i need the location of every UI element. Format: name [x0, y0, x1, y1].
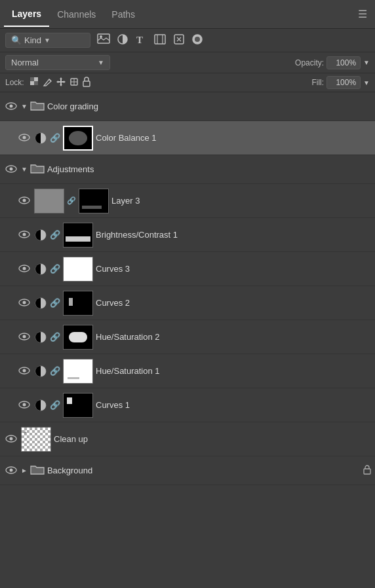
panel-menu-icon[interactable]: ☰	[354, 4, 371, 24]
layer-name: Color Balance 1	[96, 133, 371, 143]
adj-circle-icon	[34, 399, 47, 412]
layer-name: Brightness/Contrast 1	[96, 230, 371, 240]
link-icon: 🔗	[50, 366, 60, 376]
visibility-icon[interactable]	[17, 196, 31, 206]
layer-background[interactable]: ► Background	[0, 456, 375, 485]
svg-rect-17	[83, 81, 90, 86]
fill-input[interactable]: 100%	[326, 76, 361, 89]
layer-thumbnail: +	[21, 427, 51, 452]
link-icon: 🔗	[67, 196, 76, 205]
expand-icon[interactable]: ▼	[21, 103, 28, 110]
adj-circle-icon	[34, 263, 47, 276]
layer-curves-3[interactable]: 🔗 Curves 3	[0, 252, 375, 286]
filter-type-icon[interactable]: T	[135, 33, 147, 48]
layer-name: Color grading	[47, 101, 371, 111]
layer-color-grading[interactable]: ▼ Color grading	[0, 92, 375, 121]
lock-icons	[30, 77, 91, 89]
adj-circle-icon	[34, 132, 47, 145]
folder-icon	[30, 100, 45, 114]
visibility-icon[interactable]	[17, 133, 31, 143]
layer-thumbnail	[63, 291, 93, 316]
filter-pixel-icon[interactable]	[97, 33, 110, 48]
expand-icon[interactable]: ►	[21, 467, 28, 474]
visibility-icon[interactable]	[4, 466, 18, 476]
layer-thumbnail	[63, 223, 93, 248]
layer-mask-thumbnail	[79, 189, 109, 213]
filter-adjustment-icon[interactable]	[117, 33, 128, 48]
layer-name: Clean up	[54, 434, 371, 444]
layer-curves-1[interactable]: 🔗 Curves 1	[0, 388, 375, 422]
tab-layers[interactable]: Layers	[4, 2, 49, 27]
visibility-icon[interactable]	[17, 230, 31, 240]
visibility-icon[interactable]	[17, 298, 31, 308]
kind-dropdown[interactable]: 🔍 Kind ▼	[5, 33, 90, 48]
visibility-icon[interactable]	[17, 366, 31, 377]
svg-point-43	[23, 403, 26, 406]
adj-circle-icon	[34, 229, 47, 242]
tabs-bar: Layers Channels Paths ☰	[0, 0, 375, 29]
layer-hue-saturation-1[interactable]: 🔗 Hue/Saturation 1	[0, 354, 375, 388]
svg-rect-13	[58, 81, 64, 83]
svg-point-31	[23, 266, 26, 270]
link-icon: 🔗	[50, 332, 60, 342]
svg-point-46	[10, 437, 13, 440]
svg-point-37	[23, 335, 26, 338]
layer-name: Adjustments	[47, 164, 371, 174]
adj-circle-icon	[34, 365, 47, 378]
layer-thumbnail	[63, 393, 93, 418]
svg-rect-11	[34, 77, 38, 81]
layer-thumbnail	[63, 359, 93, 384]
opacity-input[interactable]: 100%	[326, 56, 361, 69]
svg-point-26	[23, 198, 26, 202]
layer-cleanup[interactable]: + Clean up	[0, 422, 375, 456]
filter-shape-icon[interactable]	[153, 33, 167, 48]
svg-rect-9	[34, 81, 38, 85]
layer-name: Curves 1	[96, 400, 371, 410]
visibility-icon[interactable]	[17, 332, 31, 342]
link-icon: 🔗	[50, 133, 60, 143]
blend-mode-dropdown[interactable]: Normal ▼	[5, 55, 110, 70]
svg-text:T: T	[136, 35, 143, 45]
layer-thumbnail	[63, 257, 93, 282]
fill-label: Fill:	[311, 78, 324, 87]
tab-paths[interactable]: Paths	[104, 3, 143, 26]
filter-smart-icon[interactable]	[173, 33, 185, 48]
svg-point-7	[195, 37, 200, 42]
blend-mode-value: Normal	[11, 58, 39, 67]
layer-name: Layer 3	[111, 196, 371, 206]
lock-all-icon[interactable]	[82, 77, 91, 89]
visibility-icon[interactable]	[4, 164, 18, 175]
filter-icons: T	[97, 33, 203, 48]
layer-curves-2[interactable]: 🔗 Curves 2	[0, 286, 375, 320]
layer-name: Curves 2	[96, 298, 371, 308]
lock-label: Lock:	[5, 78, 24, 87]
visibility-icon[interactable]	[17, 264, 31, 274]
lock-paint-icon[interactable]	[43, 77, 53, 89]
layer-adjustments[interactable]: ▼ Adjustments	[0, 155, 375, 184]
expand-icon[interactable]: ▼	[21, 166, 28, 173]
layers-list: ▼ Color grading 🔗 Color Balance 1 ▼	[0, 92, 375, 485]
layer-layer3[interactable]: 🔗 Layer 3	[0, 184, 375, 218]
visibility-icon[interactable]	[4, 101, 18, 112]
lock-artboard-icon[interactable]	[69, 77, 79, 89]
layer-brightness-contrast-1[interactable]: 🔗 Brightness/Contrast 1	[0, 218, 375, 252]
svg-point-1	[100, 35, 102, 38]
adj-circle-icon	[34, 331, 47, 344]
filter-pixel2-icon[interactable]	[191, 33, 203, 48]
lock-move-icon[interactable]	[56, 77, 66, 89]
layer-hue-saturation-2[interactable]: 🔗 Hue/Saturation 2	[0, 320, 375, 354]
link-icon: 🔗	[50, 298, 60, 308]
tab-channels[interactable]: Channels	[49, 3, 104, 26]
layer-thumbnail	[63, 325, 93, 350]
kind-arrow-icon: ▼	[44, 37, 50, 44]
visibility-icon[interactable]	[17, 400, 31, 411]
lock-transparent-icon[interactable]	[30, 77, 40, 89]
layer-name: Hue/Saturation 2	[96, 332, 371, 342]
layer-color-balance-1[interactable]: 🔗 Color Balance 1	[0, 121, 375, 155]
svg-point-28	[23, 232, 26, 236]
visibility-icon[interactable]	[4, 434, 18, 445]
search-icon: 🔍	[11, 35, 22, 45]
link-icon: 🔗	[50, 400, 60, 410]
svg-rect-49	[364, 469, 370, 474]
link-icon: 🔗	[50, 230, 60, 240]
